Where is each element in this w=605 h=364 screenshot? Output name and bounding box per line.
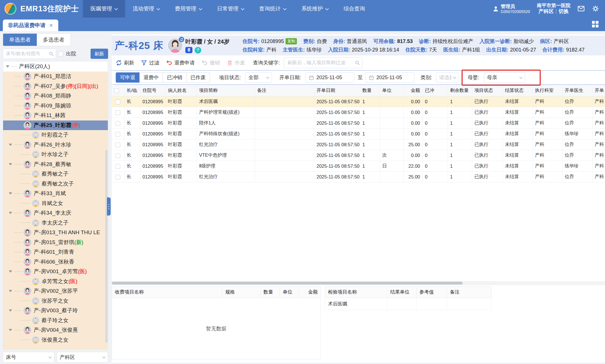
menu-综合查询[interactable]: 综合查询 [336, 0, 373, 18]
menu-系统维护[interactable]: 系统维护 [294, 0, 336, 18]
tree-item-patient[interactable]: 产-科07_吴参(停)[日间](出) [3, 81, 108, 91]
row-checkbox[interactable] [115, 164, 120, 169]
tree-item-patient[interactable]: 产-科601_刘青青 [3, 247, 108, 257]
tree-item-patient[interactable]: 产-科26_叶水珍 [3, 140, 108, 150]
category-select[interactable]: 请选择 [436, 72, 459, 83]
tree-item-baby[interactable]: 叶水珍之子 [3, 150, 108, 160]
mother-baby-select[interactable]: 母亲 [484, 72, 525, 83]
lab-row[interactable]: 术后医嘱 [325, 298, 492, 310]
tree-item-patient[interactable]: 产-科33_肖斌 [3, 189, 108, 199]
tab-refund-request[interactable]: 非药品退费申请 ✕ [3, 20, 58, 31]
table-row[interactable]: 长01208995叶彩霞Ⅱ级护理2025-11-05 08:57:501日22.… [112, 161, 605, 171]
copy-button[interactable]: 复制 [286, 38, 297, 44]
refund-request-button[interactable]: 退费申请 [166, 59, 195, 66]
undo-button[interactable]: 撤销 [201, 59, 220, 66]
tree-root-ward[interactable]: 产科区(20人) [3, 61, 108, 72]
table-row[interactable]: 长01208995叶彩霞红光治疗2025-11-05 08:57:50125.0… [112, 139, 605, 150]
tree-item-patient[interactable]: 产-科25_叶彩霞(停) [3, 120, 108, 130]
tree-item-patient[interactable]: 产-房V003_蔡子玲 [3, 306, 108, 316]
tree-item-baby[interactable]: 蔡秀敏之子 [3, 169, 108, 179]
cell: 长 [124, 118, 140, 128]
keyword-input[interactable] [284, 57, 362, 68]
tree-item-patient[interactable]: 产-房015_雷舒琪(新) [3, 238, 108, 247]
tree-connector [14, 272, 22, 272]
menu-医嘱管理[interactable]: 医嘱管理 [83, 0, 125, 18]
tree-item-baby[interactable]: 叶彩霞之子 [3, 130, 108, 140]
caret-spacer [9, 252, 12, 252]
caret-spacer [9, 262, 12, 262]
tree-item-baby[interactable]: 张俊熹之女 [3, 335, 108, 345]
tree-item-label: 产-科601_刘青青 [34, 248, 74, 256]
cell: 已执行 [472, 171, 503, 182]
tree-item-patient[interactable]: 产-科606_张秋香 [3, 257, 108, 267]
status-button-可申退[interactable]: 可申退 [116, 72, 140, 83]
tree-item-baby[interactable]: 卓芳莺之女(医) [3, 277, 108, 287]
sidebar-refresh-button[interactable]: 刷新 [91, 49, 108, 59]
sidebar-select-0[interactable]: 床号 [3, 352, 54, 363]
patient-search-input[interactable] [3, 49, 56, 59]
row-checkbox[interactable] [115, 121, 120, 126]
tree-item-baby[interactable]: 李太庆之子 [3, 218, 108, 228]
scrollbar-thumb[interactable] [112, 282, 463, 285]
multi-patient-tab[interactable]: 多选患者 [37, 34, 70, 46]
discharged-checkbox[interactable] [58, 51, 63, 56]
menu-流动管理[interactable]: 流动管理 [125, 0, 167, 18]
menu-日常管理[interactable]: 日常管理 [209, 0, 252, 18]
tree-item-baby[interactable]: 蔡子玲之女 [3, 316, 108, 326]
tree-item-patient[interactable]: 产-科28_蔡秀敏 [3, 160, 108, 169]
table-row[interactable]: 长01208995叶彩霞VTE中危护理2025-11-05 08:57:501次… [112, 150, 605, 161]
menu-费用管理[interactable]: 费用管理 [167, 0, 209, 18]
row-checkbox[interactable] [115, 175, 120, 180]
table-row[interactable]: 长01208995叶彩霞产科特殊饮食(描述)2025-11-05 08:57:5… [112, 128, 605, 139]
sidebar-select-1[interactable]: 产科区 [57, 352, 108, 363]
tree-item-patient[interactable]: 产-房V002_张苏平 [3, 286, 108, 296]
mail-icon[interactable] [577, 5, 585, 12]
status-button-退费中[interactable]: 退费中 [140, 72, 163, 83]
tab-close-icon[interactable]: ✕ [49, 23, 53, 28]
cell: 已执行 [472, 118, 503, 128]
table-row[interactable]: 长01208995叶彩霞陪伴1人2025-11-05 08:57:5010.00… [112, 118, 605, 128]
switch-ward-button[interactable]: 切换 [559, 8, 569, 15]
sidebar-collapse-handle[interactable] [107, 197, 111, 216]
table-row[interactable]: 长01208995叶彩霞产科护理常规(描述)2025-11-05 08:57:5… [112, 107, 605, 118]
tree-item-baby[interactable]: 蔡秀敏之次子 [3, 179, 108, 189]
tree-item-patient[interactable]: 产-科34_李太庆 [3, 208, 108, 218]
category-label: 类别: [421, 74, 432, 81]
table-row[interactable]: 长01208995叶彩霞术后医嘱2025-11-05 08:57:5010.00… [112, 96, 605, 107]
user-block[interactable]: 管理员 D350702005520 [493, 4, 530, 14]
status-button-已冲销[interactable]: 已冲销 [163, 72, 186, 83]
patient-avatar [23, 248, 31, 256]
date-to-input[interactable]: 2025-11-05 [366, 72, 414, 83]
filter-button[interactable]: 过滤 [141, 59, 159, 66]
layout-grid-icon[interactable] [592, 21, 599, 28]
row-checkbox[interactable] [115, 143, 120, 147]
select-all-checkbox[interactable] [114, 88, 119, 93]
item-status-select[interactable]: 全部 [245, 72, 272, 83]
settings-gear-icon[interactable] [592, 5, 599, 12]
tree-item-patient[interactable]: 产-房V001_卓芳莺(医) [3, 267, 108, 277]
field-label: 费别: [303, 38, 315, 45]
date-from-input[interactable]: 2025-11-05 [306, 72, 354, 83]
row-checkbox[interactable] [115, 110, 120, 115]
row-checkbox[interactable] [115, 100, 120, 104]
row-checkbox[interactable] [115, 132, 120, 137]
table-row[interactable]: 长01208995叶彩霞红光治疗2025-11-05 08:57:50125.0… [112, 171, 605, 182]
status-button-已作废[interactable]: 已作废 [186, 72, 210, 83]
tree-item-patient[interactable]: 产-房013_THI ANH THU LE [3, 228, 108, 238]
menu-查询统计[interactable]: 查询统计 [252, 0, 294, 18]
tree-item-baby[interactable]: 张苏平之女 [3, 296, 108, 306]
tree-item-patient[interactable]: 产-科11_林茜 [3, 111, 108, 120]
row-checkbox[interactable] [115, 153, 120, 158]
tree-item-patient[interactable]: 产-科01_郑思洁 [3, 72, 108, 81]
lab-items-table: 检验项目名称结果单位参考值备注 术后医嘱 [325, 286, 492, 310]
horizontal-scrollbar[interactable] [112, 281, 605, 285]
cell: 已执行 [472, 128, 503, 139]
single-patient-tab[interactable]: 单选患者 [3, 34, 37, 46]
tree-item-patient[interactable]: 产-房V004_张俊熹 [3, 325, 108, 335]
field-label: 主管医生: [283, 46, 305, 53]
void-button[interactable]: 作废 [227, 59, 245, 66]
tree-item-patient[interactable]: 产-科08_郑雨静 [3, 91, 108, 101]
tree-item-patient[interactable]: 产-科09_陈婉琼 [3, 101, 108, 111]
refresh-button[interactable]: 刷新 [116, 59, 134, 66]
tree-item-baby[interactable]: 肖斌之女 [3, 199, 108, 208]
